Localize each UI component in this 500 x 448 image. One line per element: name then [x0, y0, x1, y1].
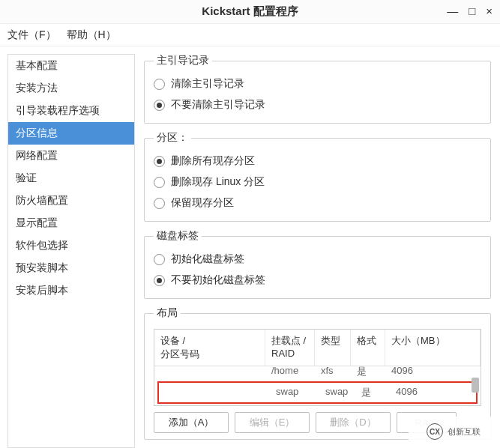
table-header: 设备 / 分区号码 挂载点 / RAID 类型 格式 大小（MB） — [154, 330, 481, 366]
cell-fmt: 是 — [355, 383, 390, 402]
col-mountpoint[interactable]: 挂载点 / RAID — [265, 330, 315, 366]
menu-file[interactable]: 文件（F） — [7, 28, 56, 42]
sidebar-item-partition[interactable]: 分区信息 — [8, 122, 134, 145]
col-type[interactable]: 类型 — [315, 330, 351, 366]
group-partition: 分区： 删除所有现存分区 删除现存 Linux 分区 保留现存分区 — [144, 131, 491, 222]
sidebar-item-firewall[interactable]: 防火墙配置 — [8, 190, 134, 212]
col-format[interactable]: 格式 — [351, 330, 385, 366]
add-button[interactable]: 添加（A） — [154, 412, 229, 433]
radio-icon — [154, 100, 165, 111]
sidebar-item-packages[interactable]: 软件包选择 — [8, 234, 134, 257]
radio-label: 删除现存 Linux 分区 — [171, 175, 265, 189]
sidebar-item-basic[interactable]: 基本配置 — [8, 55, 134, 77]
radio-label: 不要清除主引导记录 — [171, 98, 265, 112]
main: 基本配置 安装方法 引导装载程序选项 分区信息 网络配置 验证 防火墙配置 显示… — [0, 46, 500, 448]
radio-label: 保留现存分区 — [171, 196, 234, 210]
cell-mount: /home — [265, 366, 315, 381]
sidebar-item-auth[interactable]: 验证 — [8, 167, 134, 190]
radio-icon — [154, 198, 165, 209]
menubar: 文件（F） 帮助（H） — [0, 24, 500, 46]
legend-layout: 布局 — [154, 306, 181, 320]
maximize-icon[interactable]: □ — [469, 4, 475, 17]
radio-label: 清除主引导记录 — [171, 77, 244, 91]
menu-help[interactable]: 帮助（H） — [67, 28, 116, 42]
radio-part-dellinux[interactable]: 删除现存 Linux 分区 — [154, 172, 481, 193]
table-row[interactable]: /home xfs 是 4096 — [154, 366, 481, 381]
radio-icon — [154, 156, 165, 167]
radio-mbr-clear[interactable]: 清除主引导记录 — [154, 73, 481, 94]
radio-part-keep[interactable]: 保留现存分区 — [154, 193, 481, 214]
delete-button[interactable]: 删除（D） — [316, 412, 391, 433]
radio-icon — [154, 254, 165, 265]
cell-size: 4096 — [390, 383, 476, 402]
radio-label: 初始化磁盘标签 — [171, 252, 244, 266]
col-device[interactable]: 设备 / 分区号码 — [154, 330, 265, 366]
table-body: /home xfs 是 4096 swap swap 是 4096 — [154, 366, 481, 404]
content: 主引导记录 清除主引导记录 不要清除主引导记录 分区： 删除所有现存分区 删除现… — [138, 46, 500, 448]
titlebar: Kickstart 配置程序 — □ × — [0, 0, 500, 24]
sidebar-item-install[interactable]: 安装方法 — [8, 77, 134, 100]
radio-part-delall[interactable]: 删除所有现存分区 — [154, 151, 481, 172]
radio-mbr-keep[interactable]: 不要清除主引导记录 — [154, 94, 481, 115]
cell-type: swap — [319, 383, 355, 402]
cell-device — [154, 366, 265, 381]
partition-table: 设备 / 分区号码 挂载点 / RAID 类型 格式 大小（MB） /home … — [154, 329, 481, 406]
window-controls: — □ × — [447, 4, 493, 17]
legend-partition: 分区： — [154, 131, 191, 145]
minimize-icon[interactable]: — — [447, 4, 458, 17]
cell-device — [159, 383, 270, 402]
group-mbr: 主引导记录 清除主引导记录 不要清除主引导记录 — [144, 54, 491, 124]
sidebar-item-postscript[interactable]: 安装后脚本 — [8, 279, 134, 302]
radio-label: 不要初始化磁盘标签 — [171, 273, 265, 287]
scrollbar-thumb-icon[interactable] — [472, 378, 479, 393]
sidebar: 基本配置 安装方法 引导装载程序选项 分区信息 网络配置 验证 防火墙配置 显示… — [7, 54, 135, 448]
legend-disklabel: 磁盘标签 — [154, 229, 202, 243]
sidebar-item-bootloader[interactable]: 引导装载程序选项 — [8, 100, 134, 122]
legend-mbr: 主引导记录 — [154, 54, 212, 67]
sidebar-item-prescript[interactable]: 预安装脚本 — [8, 257, 134, 279]
radio-icon — [154, 79, 165, 90]
edit-button[interactable]: 编辑（E） — [235, 412, 310, 433]
window-title: Kickstart 配置程序 — [202, 4, 298, 19]
group-disklabel: 磁盘标签 初始化磁盘标签 不要初始化磁盘标签 — [144, 229, 491, 299]
col-size[interactable]: 大小（MB） — [385, 330, 481, 366]
table-row[interactable]: swap swap 是 4096 — [157, 381, 478, 404]
cell-fmt: 是 — [351, 366, 385, 381]
sidebar-item-display[interactable]: 显示配置 — [8, 212, 134, 234]
radio-label: 删除所有现存分区 — [171, 154, 255, 168]
radio-dl-keep[interactable]: 不要初始化磁盘标签 — [154, 270, 481, 291]
cell-size: 4096 — [385, 366, 419, 381]
radio-icon — [154, 275, 165, 286]
cell-mount: swap — [270, 383, 319, 402]
watermark-text: 创新互联 — [448, 426, 481, 438]
radio-icon — [154, 177, 165, 188]
close-icon[interactable]: × — [486, 4, 493, 17]
radio-dl-init[interactable]: 初始化磁盘标签 — [154, 249, 481, 270]
watermark-logo-icon: CX — [427, 423, 443, 440]
watermark: CX 创新互联 — [409, 417, 499, 447]
sidebar-item-network[interactable]: 网络配置 — [8, 145, 134, 167]
cell-type: xfs — [315, 366, 351, 381]
